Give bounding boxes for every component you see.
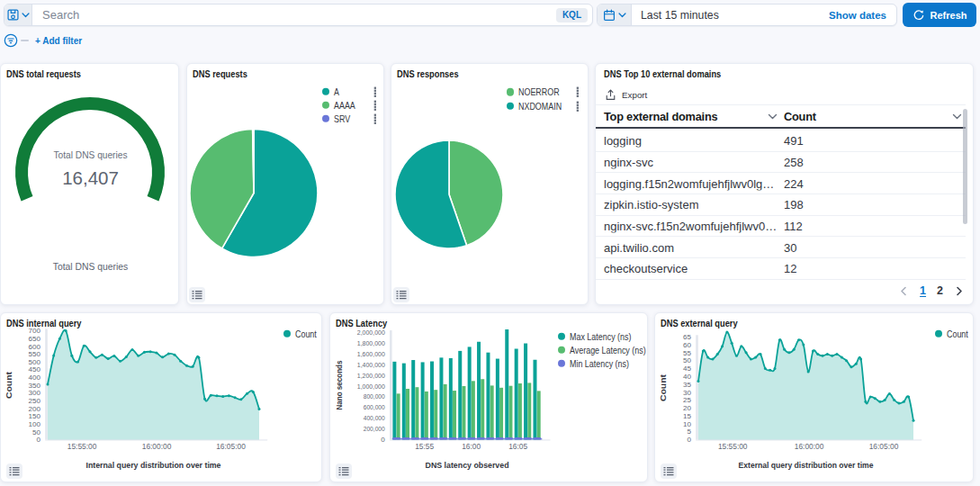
saved-query-menu-button[interactable] (4, 4, 32, 25)
legend-toggle-button[interactable] (6, 464, 22, 479)
panel-dns-total-requests: DNS total requests Total DNS queries 16,… (0, 63, 179, 305)
refresh-button[interactable]: Refresh (903, 3, 976, 27)
kibana-dns-dashboard: KQL Last 15 minutes Show dates Refre (0, 0, 980, 486)
svg-text:15:55: 15:55 (415, 442, 434, 451)
svg-text:16:00:00: 16:00:00 (795, 442, 824, 451)
svg-text:40: 40 (683, 373, 692, 381)
filter-bar: + Add filter (0, 32, 980, 49)
date-quick-select-button[interactable] (598, 4, 632, 25)
chevron-down-icon (22, 13, 30, 18)
cell-count: 30 (784, 240, 796, 254)
svg-text:55: 55 (683, 349, 692, 357)
legend-item[interactable]: SRV (187, 112, 383, 126)
cell-domain: zipkin.istio-system (604, 198, 698, 212)
svg-text:600,000: 600,000 (364, 403, 386, 411)
legend-dot (322, 101, 330, 109)
search-input[interactable] (32, 4, 556, 25)
table-row: nginx-svc.f15n2womfujehfjlwv0lgs3no...11… (596, 216, 966, 238)
legend-dot (558, 346, 566, 354)
cell-count: 112 (784, 220, 803, 233)
cell-domain: logging.f15n2womfujehfjlwv0lgs3nog.... (604, 176, 778, 190)
svg-text:50: 50 (683, 356, 692, 364)
svg-text:15: 15 (683, 412, 692, 420)
legend-toggle-button[interactable] (661, 464, 677, 479)
svg-text:550: 550 (28, 350, 40, 358)
save-icon (6, 8, 20, 22)
pagination-page-1[interactable]: 1 (917, 284, 929, 297)
legend-item[interactable]: Max Latency (ns) (330, 329, 647, 344)
table-row: nginx-svc258 (596, 152, 966, 174)
svg-text:1,000,000: 1,000,000 (357, 382, 385, 391)
legend-actions-button[interactable] (372, 86, 379, 97)
legend-toggle-button[interactable] (336, 464, 352, 479)
list-icon (396, 290, 407, 300)
list-icon (663, 466, 674, 476)
column-header-count[interactable]: Count (784, 105, 816, 127)
svg-text:16:00: 16:00 (462, 442, 481, 451)
legend-toggle-button[interactable] (189, 287, 205, 302)
table-body: logging491nginx-svc258logging.f15n2womfu… (596, 130, 966, 280)
legend-actions-button[interactable] (574, 101, 581, 112)
list-icon (9, 466, 20, 476)
legend-actions-button[interactable] (574, 86, 581, 97)
legend-toggle-button[interactable] (393, 287, 409, 302)
gauge-bottom-label: Total DNS queries (10, 261, 171, 272)
svg-text:25: 25 (683, 396, 692, 404)
svg-text:16:05: 16:05 (508, 442, 527, 451)
legend-item[interactable]: AAAA (187, 98, 383, 112)
list-icon (338, 466, 349, 476)
gauge-value: 16,407 (1, 167, 180, 189)
gauge-center-label: Total DNS queries (1, 150, 180, 160)
panel-dns-top-external-domains: DNS Top 10 external domains Export Top e… (595, 63, 974, 305)
legend-actions-button[interactable] (372, 100, 379, 111)
query-bar: KQL (4, 4, 593, 26)
legend-item[interactable]: NOERROR (391, 85, 588, 99)
panel-dns-requests: DNS requests AAAAASRV (186, 63, 384, 305)
table-row: logging491 (596, 130, 966, 152)
panel-title: DNS Top 10 external domains (604, 68, 721, 79)
pagination-next-icon[interactable] (952, 286, 966, 296)
svg-text:150: 150 (28, 412, 40, 420)
svg-text:Count: Count (658, 374, 668, 401)
export-button[interactable]: Export (605, 86, 647, 104)
legend-item[interactable]: Count (1, 327, 321, 341)
svg-text:External query distribution ov: External query distribution over time (739, 460, 874, 470)
pagination-page-2[interactable]: 2 (934, 284, 946, 297)
table-scrollbar[interactable] (963, 109, 967, 224)
svg-text:0: 0 (36, 436, 40, 444)
panel-dns-internal-query: DNS internal query 050100150200250300350… (0, 312, 322, 482)
legend-actions-button[interactable] (372, 113, 379, 124)
query-language-button[interactable]: KQL (556, 8, 588, 22)
svg-text:400: 400 (28, 374, 40, 382)
svg-text:0: 0 (687, 436, 691, 444)
svg-text:350: 350 (28, 382, 40, 390)
sort-chevron-icon[interactable] (952, 113, 962, 121)
column-header-top-external-domains[interactable]: Top external domains (604, 105, 717, 127)
legend-item[interactable]: A (187, 85, 383, 99)
legend-item[interactable]: Min Latency (ns) (330, 356, 647, 371)
top-navigation: KQL Last 15 minutes Show dates Refre (0, 0, 980, 30)
pagination-previous-icon[interactable] (897, 286, 911, 296)
legend-label: SRV (334, 113, 350, 124)
svg-text:800,000: 800,000 (364, 392, 386, 400)
filter-icon[interactable] (4, 33, 18, 48)
svg-text:45: 45 (683, 364, 692, 373)
svg-text:50: 50 (32, 428, 41, 436)
cell-domain: api.twilio.com (604, 240, 674, 254)
svg-text:20: 20 (683, 404, 692, 412)
time-range-value[interactable]: Last 15 minutes (632, 9, 829, 22)
sort-chevron-icon[interactable] (768, 113, 778, 121)
svg-text:16:05:00: 16:05:00 (869, 442, 899, 451)
cell-domain: nginx-svc.f15n2womfujehfjlwv0lgs3no... (604, 220, 778, 233)
svg-text:15:55:00: 15:55:00 (718, 442, 748, 451)
legend-item[interactable]: Count (655, 327, 973, 341)
cell-count: 258 (784, 156, 804, 169)
svg-text:DNS latency observed: DNS latency observed (426, 460, 509, 470)
table-row: checkoutservice12 (596, 258, 966, 280)
legend-item[interactable]: NXDOMAIN (391, 99, 588, 113)
legend-item[interactable]: Average Latency (ns) (330, 343, 647, 357)
legend-label: NXDOMAIN (518, 101, 562, 112)
add-filter-link[interactable]: + Add filter (35, 36, 82, 46)
cell-domain: checkoutservice (604, 262, 688, 275)
show-dates-link[interactable]: Show dates (829, 10, 886, 21)
